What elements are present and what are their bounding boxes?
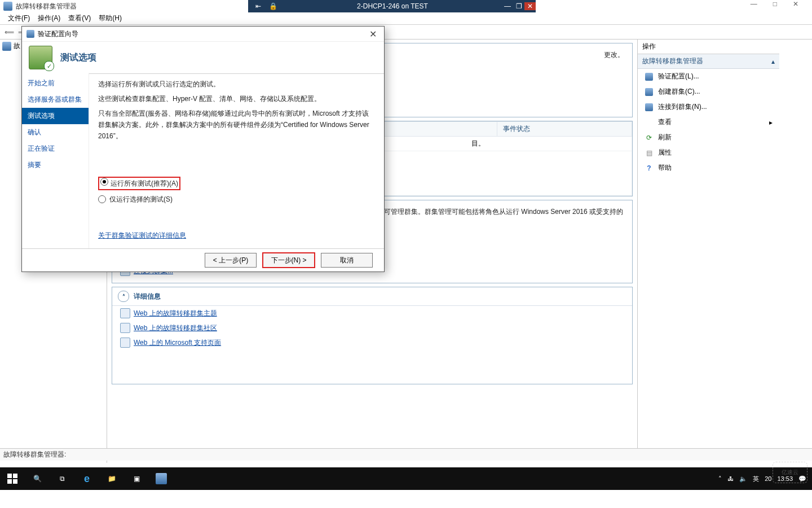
watermark-text: 亿速云 (782, 468, 798, 476)
taskbar-cluster-manager-icon[interactable] (149, 467, 174, 490)
link-web-ms-label[interactable]: Web 上的 Microsoft 支持页面 (134, 338, 221, 348)
action-properties-label: 属性 (658, 148, 672, 157)
link-web-community-label[interactable]: Web 上的故障转移群集社区 (134, 323, 217, 333)
tray-volume-icon[interactable]: 🔈 (739, 475, 747, 483)
action-refresh[interactable]: ⟳ 刷新 (638, 130, 779, 145)
actions-section-header[interactable]: 故障转移群集管理器 ▴ (638, 54, 779, 69)
radio-run-all-label[interactable]: 运行所有测试(推荐)(A) (111, 178, 178, 189)
vm-minimize-button[interactable]: — (502, 2, 513, 10)
pin-icon[interactable]: ⇤ (253, 2, 264, 10)
watermark-logo: 亿速云 (773, 462, 807, 483)
connect-icon (645, 103, 654, 112)
menu-help[interactable]: 帮助(H) (99, 14, 122, 23)
wizard-nav: 开始之前 选择服务器或群集 测试选项 确认 正在验证 摘要 (22, 73, 89, 249)
more-info-title: 详细信息 (134, 292, 161, 301)
nav-validating[interactable]: 正在验证 (22, 141, 89, 157)
lock-icon[interactable]: 🔒 (267, 2, 279, 10)
nav-select-servers[interactable]: 选择服务器或群集 (22, 91, 89, 108)
view-icon (645, 118, 654, 127)
nav-summary[interactable]: 摘要 (22, 157, 89, 173)
menu-bar: 文件(F) 操作(A) 查看(V) 帮助(H) (0, 12, 812, 25)
taskbar-explorer-icon[interactable]: 📁 (99, 467, 124, 490)
vm-title: 2-DHCP1-246 on TEST (283, 2, 502, 10)
taskbar-server-manager-icon[interactable]: ▣ (124, 467, 149, 490)
action-connect-cluster[interactable]: 连接到群集(N)... (638, 99, 779, 115)
taskbar-search-icon[interactable]: 🔍 (25, 467, 50, 490)
help-icon: ? (645, 164, 654, 173)
actions-title: 操作 (638, 40, 779, 54)
col-event-status[interactable]: 事件状态 (497, 122, 632, 137)
nav-confirm[interactable]: 确认 (22, 124, 89, 141)
mmc-title-bar: 故障转移群集管理器 (0, 0, 248, 12)
dialog-close-button[interactable]: ✕ (366, 29, 379, 40)
tray-ime-status[interactable]: 英 (753, 475, 759, 483)
taskbar-taskview-icon[interactable]: ⧉ (50, 467, 74, 490)
outer-maximize-button[interactable]: □ (773, 0, 777, 12)
more-info-panel: ˄ 详细信息 Web 上的故障转移群集主题 Web 上的故障转移群集社区 Web… (112, 287, 633, 384)
action-view-label: 查看 (658, 117, 672, 127)
action-help-label: 帮助 (658, 163, 672, 173)
action-view[interactable]: 查看 ▸ (638, 115, 779, 130)
toolbar-back-icon[interactable]: ⟸ (3, 27, 15, 38)
windows-logo-icon (7, 474, 17, 484)
next-button[interactable]: 下一步(N) > (262, 252, 315, 268)
cluster-icon (3, 2, 12, 11)
vm-close-button[interactable]: ✕ (524, 2, 536, 10)
web-icon (120, 323, 130, 333)
action-properties[interactable]: ▤ 属性 (638, 145, 779, 160)
wizard-p3: 只有当全部配置(服务器、网络和存储)能够通过此向导中的所有测试时，Microso… (98, 108, 375, 142)
vm-maximize-button[interactable]: ❐ (513, 2, 524, 10)
tray-network-icon[interactable]: 🖧 (727, 475, 734, 482)
dialog-page-title: 测试选项 (60, 52, 96, 64)
radio-run-all-tests[interactable] (100, 178, 108, 186)
link-web-ms-support[interactable]: Web 上的 Microsoft 支持页面 (112, 335, 632, 350)
tree-root-label: 故 (14, 41, 20, 51)
cluster-icon (2, 42, 11, 51)
validate-wizard-dialog: 验证配置向导 ✕ 测试选项 开始之前 选择服务器或群集 测试选项 确认 正在验证… (21, 26, 385, 272)
action-refresh-label: 刷新 (658, 133, 672, 142)
tray-ime-extra: 20 (765, 475, 771, 482)
status-bar: 故障转移群集管理器: (0, 448, 812, 461)
radio-run-selected-tests[interactable] (98, 195, 106, 203)
link-web-topics-label[interactable]: Web 上的故障转移群集主题 (134, 309, 217, 318)
web-icon (120, 338, 130, 348)
actions-pane: 操作 故障转移群集管理器 ▴ 验证配置(L)... 创建群集(C)... 连接到… (637, 40, 779, 448)
action-create-label: 创建群集(C)... (658, 87, 700, 97)
nav-test-options[interactable]: 测试选项 (22, 108, 89, 124)
menu-file[interactable]: 文件(F) (8, 14, 30, 23)
outer-close-button[interactable]: ✕ (793, 0, 798, 12)
menu-view[interactable]: 查看(V) (68, 14, 91, 23)
action-create-cluster[interactable]: 创建群集(C)... (638, 84, 779, 99)
nav-before-begin[interactable]: 开始之前 (22, 75, 89, 91)
cancel-button[interactable]: 取消 (321, 253, 373, 268)
wizard-footer: < 上一步(P) 下一步(N) > 取消 (22, 248, 384, 271)
wizard-p1: 选择运行所有测试或只运行选定的测试。 (98, 78, 375, 90)
link-web-topics[interactable]: Web 上的故障转移群集主题 (112, 306, 632, 321)
link-web-community[interactable]: Web 上的故障转移群集社区 (112, 321, 632, 335)
taskbar-ie-icon[interactable]: e (74, 467, 99, 490)
action-validate-config[interactable]: 验证配置(L)... (638, 69, 779, 84)
dialog-header: 测试选项 (22, 42, 384, 74)
menu-action[interactable]: 操作(A) (38, 14, 60, 23)
highlight-run-all-tests: 运行所有测试(推荐)(A) (98, 177, 180, 190)
start-button[interactable] (0, 467, 25, 490)
tray-chevron-up-icon[interactable]: ˄ (718, 475, 722, 483)
outer-minimize-button[interactable]: — (751, 0, 757, 12)
prev-button[interactable]: < 上一步(P) (205, 253, 257, 268)
chevron-right-icon: ▸ (769, 119, 773, 126)
validate-icon (645, 72, 654, 81)
radio-run-selected-label[interactable]: 仅运行选择的测试(S) (109, 194, 173, 205)
chevron-up-icon: ▴ (771, 58, 775, 65)
properties-icon: ▤ (645, 148, 654, 157)
collapse-icon[interactable]: ˄ (118, 291, 129, 302)
link-about-validation-tests[interactable]: 关于群集验证测试的详细信息 (98, 231, 186, 239)
vm-connection-bar: ⇤ 🔒 2-DHCP1-246 on TEST — ❐ ✕ (248, 0, 536, 12)
dialog-title-bar[interactable]: 验证配置向导 ✕ (22, 27, 384, 42)
action-connect-label: 连接到群集(N)... (658, 102, 707, 112)
action-help[interactable]: ? 帮助 (638, 160, 779, 176)
wizard-icon (27, 30, 34, 38)
web-icon (120, 308, 130, 318)
dialog-window-title: 验证配置向导 (38, 29, 78, 39)
actions-section-label: 故障转移群集管理器 (642, 56, 703, 66)
taskbar: 🔍 ⧉ e 📁 ▣ ˄ 🖧 🔈 英 20 13:53 💬 (0, 467, 812, 490)
